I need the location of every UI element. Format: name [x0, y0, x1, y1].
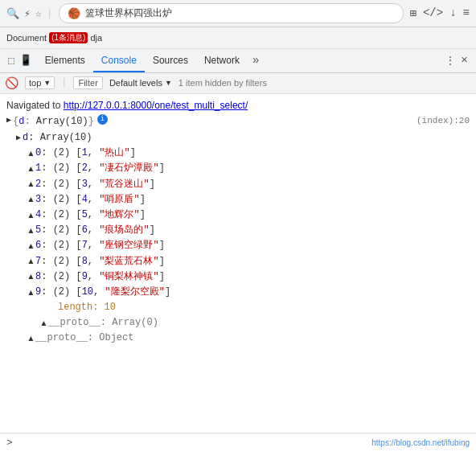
array-item-6: ▶ 6 : (2) [7, "座钢空绿野"]: [0, 238, 476, 253]
expand-d-icon[interactable]: ▶: [16, 132, 21, 145]
devtools-panel: ⬚ 📱 Elements Console Sources Network » ⋮…: [0, 49, 476, 452]
site-text: dja: [90, 33, 102, 43]
tab-sources[interactable]: Sources: [145, 48, 196, 72]
browser-nav-icons: 🔍 ⚡ ☆ |: [6, 7, 52, 20]
tab-console[interactable]: Console: [93, 48, 145, 72]
array-item-1: ▶ 1 : (2) [2, "凄石炉潭殿"]: [0, 161, 476, 176]
close-devtools-button[interactable]: ×: [461, 54, 468, 68]
inspect-icon[interactable]: ⬚: [8, 54, 14, 67]
array-item-7: ▶ 7 : (2) [8, "梨蓝荒石林"]: [0, 254, 476, 269]
array-item-5: ▶ 5 : (2) [6, "痕场岛的"]: [0, 223, 476, 238]
download-icon: ↓: [449, 6, 456, 20]
chevron-down-icon: ▼: [165, 79, 172, 87]
expand-item-icon[interactable]: ▶: [25, 259, 38, 264]
tab-elements[interactable]: Elements: [37, 48, 93, 72]
document-label: Document (1条消息) dja: [3, 32, 105, 43]
expand-proto2-icon[interactable]: ▶: [25, 336, 38, 341]
array-item-9: ▶ 9 : (2) [10, "隆梨尔空殿"]: [0, 285, 476, 300]
expand-item-icon[interactable]: ▶: [25, 166, 38, 171]
chevron-down-icon: ▼: [43, 79, 51, 87]
console-toolbar: 🚫 top ▼ | Filter Default levels ▼ 1 item…: [0, 73, 476, 94]
console-prompt: >: [6, 437, 13, 449]
block-icon[interactable]: 🚫: [5, 76, 18, 90]
array-item-3: ▶ 3 : (2) [4, "哨原盾"]: [0, 192, 476, 208]
browser-address-bar: 🔍 ⚡ ☆ | 🏀 篮球世界杯四强出炉 ⊞ </> ↓ ≡: [0, 0, 476, 27]
expand-item-icon[interactable]: ▶: [25, 228, 38, 233]
expand-item-icon[interactable]: ▶: [25, 244, 38, 249]
lightning-icon: ⚡: [24, 7, 31, 20]
expand-proto-icon[interactable]: ▶: [38, 321, 51, 326]
message-badge: (1条消息): [49, 32, 88, 43]
expand-root-icon[interactable]: ▶: [6, 114, 11, 127]
search-icon: 🔍: [6, 7, 19, 20]
context-selector[interactable]: top ▼: [25, 76, 55, 89]
code-icon: </>: [423, 6, 443, 20]
options-dots[interactable]: ⋮: [445, 54, 456, 68]
devtools-options: ⋮ ×: [445, 54, 473, 68]
log-levels-selector[interactable]: Default levels ▼: [109, 78, 172, 88]
array-length: length: 10: [0, 300, 476, 315]
grid-icon: ⊞: [410, 6, 416, 20]
array-item-0: ▶ 0 : (2) [1, "热山"]: [0, 146, 476, 161]
proto-object-row: ▶ __proto__: Object: [0, 331, 476, 346]
expand-item-icon[interactable]: ▶: [25, 151, 38, 156]
address-text: 篮球世界杯四强出炉: [85, 6, 172, 20]
object-info-icon[interactable]: i: [97, 114, 108, 125]
hidden-items-notice: 1 item hidden by filters: [178, 78, 267, 88]
divider: |: [47, 7, 53, 19]
array-item-4: ▶ 4 : (2) [5, "地辉尔"]: [0, 208, 476, 223]
doc-text: Document: [6, 33, 47, 43]
nav-text: Navigated to: [6, 100, 60, 111]
d-array-row: ▶ d : Array(10): [0, 130, 476, 146]
array-item-8: ▶ 8 : (2) [9, "铜梨林神镇"]: [0, 269, 476, 285]
device-icon[interactable]: 📱: [19, 54, 32, 67]
expand-item-icon[interactable]: ▶: [25, 182, 38, 187]
favicon: 🏀: [68, 7, 80, 20]
d-separator: : Array(10): [28, 130, 92, 146]
menu-icon: ≡: [463, 6, 470, 20]
expand-item-icon[interactable]: ▶: [25, 274, 38, 279]
devtools-header: ⬚ 📱 Elements Console Sources Network » ⋮…: [0, 49, 476, 73]
console-nav-message: Navigated to http://127.0.0.1:8000/one/t…: [0, 97, 476, 113]
address-bar[interactable]: 🏀 篮球世界杯四强出炉: [59, 3, 403, 23]
expand-item-icon[interactable]: ▶: [25, 197, 38, 202]
browser-action-icons: ⊞ </> ↓ ≡: [410, 6, 470, 20]
d-key: d: [23, 130, 28, 146]
star-icon: ☆: [35, 7, 42, 20]
console-output: Navigated to http://127.0.0.1:8000/one/t…: [0, 94, 476, 433]
line-index: (index):20: [410, 114, 470, 129]
array-item-2: ▶ 2 : (2) [3, "荒谷迷山"]: [0, 177, 476, 192]
more-tabs-button[interactable]: »: [248, 48, 264, 72]
devtools-left-icons: ⬚ 📱: [3, 54, 37, 67]
watermark: https://blog.csdn.net/ifubing: [371, 438, 470, 447]
browser-tab-bar: Document (1条消息) dja: [0, 27, 476, 49]
proto-array-row: ▶ __proto__: Array(0): [0, 315, 476, 331]
console-root-object: ▶ {d: Array(10)} i (index):20: [0, 113, 476, 130]
nav-url[interactable]: http://127.0.0.1:8000/one/test_multi_sel…: [64, 100, 248, 111]
tab-network[interactable]: Network: [196, 48, 248, 72]
expand-item-icon[interactable]: ▶: [25, 213, 38, 218]
filter-input[interactable]: Filter: [73, 76, 102, 89]
expand-item-icon[interactable]: ▶: [25, 290, 38, 295]
root-object-label: {d: Array(10)}: [13, 114, 94, 129]
